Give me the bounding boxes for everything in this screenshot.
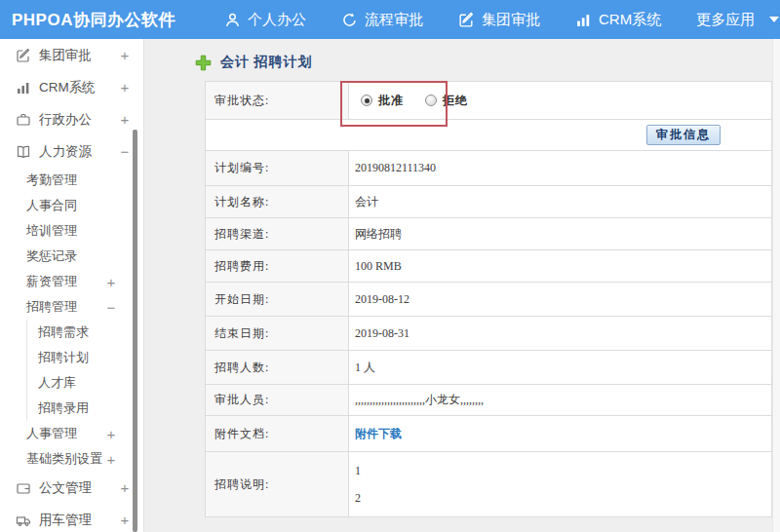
- field-label: 开始日期:: [206, 283, 349, 316]
- field-label: 审批状态:: [206, 82, 349, 119]
- nav-item-process-approval[interactable]: 流程审批: [330, 11, 435, 29]
- field-value: 附件下载: [349, 416, 771, 451]
- radio-reject[interactable]: [425, 95, 437, 106]
- truck-icon: [16, 513, 31, 528]
- cycle-icon: [341, 12, 358, 28]
- sidebar-item-recruit-hire[interactable]: 招聘录用: [27, 396, 143, 421]
- sidebar-item-base-category[interactable]: 基础类别设置 +: [0, 446, 143, 472]
- sidebar-item-group-approval[interactable]: 集团审批 +: [0, 39, 143, 71]
- book-icon: [16, 144, 31, 160]
- sidebar-item-personnel-mgmt[interactable]: 人事管理 +: [0, 421, 143, 446]
- table-row: 计划编号: 20190812111340: [206, 151, 771, 186]
- nav-label: 集团审批: [482, 11, 540, 29]
- collapse-icon[interactable]: −: [118, 143, 132, 160]
- app-logo: PHPOA协同办公软件: [0, 9, 176, 31]
- sidebar-item-vehicle-mgmt[interactable]: 用车管理 +: [0, 504, 143, 532]
- field-label: 计划名称:: [206, 186, 349, 217]
- field-value: 1 人: [349, 351, 771, 384]
- user-icon: [224, 12, 241, 28]
- chart-icon: [16, 80, 31, 95]
- field-value: 1 2: [349, 452, 771, 516]
- field-label: 招聘说明:: [206, 452, 349, 516]
- edit-icon: [16, 48, 31, 63]
- table-row: 招聘人数: 1 人: [206, 351, 771, 385]
- sidebar-item-salary[interactable]: 薪资管理 +: [0, 269, 143, 294]
- add-icon[interactable]: [195, 55, 212, 71]
- sidebar-recruit-submenu: 招聘需求 招聘计划 人才库 招聘录用: [26, 320, 143, 421]
- table-row: 计划名称: 会计: [206, 186, 771, 218]
- radio-reject-label: 拒绝: [443, 93, 468, 109]
- radio-approve[interactable]: [361, 95, 372, 106]
- main-content: 会计 招聘计划 审批状态: 批准 拒绝 审批信息 计划编号: 201908121…: [144, 39, 780, 532]
- top-navbar: PHPOA协同办公软件 个人办公 流程审批 集团审批 CRM系统: [0, 0, 780, 39]
- table-row: 审批状态: 批准 拒绝: [206, 82, 771, 120]
- caret-down-icon: [769, 17, 779, 22]
- nav-item-personal-office[interactable]: 个人办公: [213, 11, 318, 29]
- nav-item-more-apps[interactable]: 更多应用: [684, 11, 780, 29]
- expand-icon[interactable]: +: [118, 479, 132, 496]
- wallet-icon: [16, 480, 31, 496]
- sidebar-item-hr-contract[interactable]: 人事合同: [0, 193, 143, 218]
- collapse-icon[interactable]: −: [104, 299, 118, 316]
- field-label: 计划编号:: [206, 151, 349, 185]
- table-row: 结束日期: 2019-08-31: [206, 317, 771, 351]
- field-value: 2019-08-31: [349, 317, 771, 350]
- expand-icon[interactable]: +: [104, 426, 118, 442]
- nav-item-crm[interactable]: CRM系统: [564, 11, 673, 29]
- expand-icon[interactable]: +: [118, 512, 132, 528]
- attachment-download-link[interactable]: 附件下载: [355, 426, 402, 442]
- detail-table: 审批状态: 批准 拒绝 审批信息 计划编号: 20190812111340 计划…: [205, 81, 772, 517]
- sidebar-item-admin-office[interactable]: 行政办公 +: [0, 103, 143, 135]
- chart-icon: [575, 12, 592, 28]
- sidebar-item-recruit-mgmt[interactable]: 招聘管理 −: [0, 294, 143, 320]
- field-value: 2019-08-12: [349, 283, 771, 316]
- approval-info-button[interactable]: 审批信息: [646, 125, 721, 145]
- field-value: 网络招聘: [349, 218, 771, 249]
- field-label: 结束日期:: [206, 317, 349, 350]
- expand-icon[interactable]: +: [118, 111, 132, 128]
- nav-label: 更多应用: [696, 11, 755, 29]
- page-title: 会计 招聘计划: [220, 54, 313, 71]
- field-label: 招聘渠道:: [206, 218, 349, 249]
- table-row: 招聘费用: 100 RMB: [206, 250, 771, 283]
- field-value: 100 RMB: [349, 250, 771, 282]
- edit-icon: [458, 12, 475, 28]
- sidebar-item-training[interactable]: 培训管理: [0, 218, 143, 244]
- description-line: 1: [355, 464, 361, 478]
- page-scrollbar[interactable]: [772, 39, 780, 532]
- expand-icon[interactable]: +: [104, 274, 118, 290]
- field-label: 附件文档:: [206, 416, 349, 451]
- sidebar-item-document-mgmt[interactable]: 公文管理 +: [0, 472, 143, 504]
- field-value: 会计: [349, 186, 771, 217]
- page-title-row: 会计 招聘计划: [195, 54, 313, 71]
- sidebar-item-hr[interactable]: 人力资源 −: [0, 135, 143, 168]
- expand-icon[interactable]: +: [118, 79, 132, 95]
- expand-icon[interactable]: +: [118, 47, 132, 63]
- approval-status-cell: 批准 拒绝: [349, 82, 771, 119]
- description-line: 2: [355, 491, 361, 506]
- field-value: 20190812111340: [349, 151, 771, 185]
- briefcase-icon: [16, 112, 31, 128]
- field-value: ,,,,,,,,,,,,,,,,,,,,,,,,小龙女,,,,,,,,: [349, 385, 771, 415]
- table-row: 审批人员: ,,,,,,,,,,,,,,,,,,,,,,,,小龙女,,,,,,,…: [206, 385, 771, 416]
- table-row: 招聘渠道: 网络招聘: [206, 218, 771, 250]
- nav-item-group-approval[interactable]: 集团审批: [447, 11, 552, 29]
- sidebar-item-recruit-demand[interactable]: 招聘需求: [27, 320, 143, 345]
- sidebar-item-rewards[interactable]: 奖惩记录: [0, 244, 143, 269]
- sidebar-item-recruit-plan[interactable]: 招聘计划: [27, 345, 143, 370]
- sidebar-item-attendance[interactable]: 考勤管理: [0, 168, 143, 193]
- radio-approve-label: 批准: [378, 93, 404, 109]
- field-label: 审批人员:: [206, 385, 349, 415]
- table-row: 招聘说明: 1 2: [206, 452, 771, 516]
- sidebar-item-talent-pool[interactable]: 人才库: [27, 370, 143, 396]
- table-row: 审批信息: [206, 120, 771, 151]
- nav-label: 流程审批: [365, 11, 423, 29]
- table-row: 附件文档: 附件下载: [206, 416, 771, 452]
- field-label: 招聘费用:: [206, 250, 349, 282]
- nav-label: CRM系统: [599, 11, 661, 29]
- expand-icon[interactable]: +: [104, 451, 118, 468]
- sidebar-scrollbar[interactable]: [133, 130, 137, 532]
- sidebar: 集团审批 + CRM系统 + 行政办公 + 人力资源 − 考勤管理 人事合同 培…: [0, 39, 144, 532]
- field-label: 招聘人数:: [206, 351, 349, 384]
- sidebar-item-crm[interactable]: CRM系统 +: [0, 71, 143, 103]
